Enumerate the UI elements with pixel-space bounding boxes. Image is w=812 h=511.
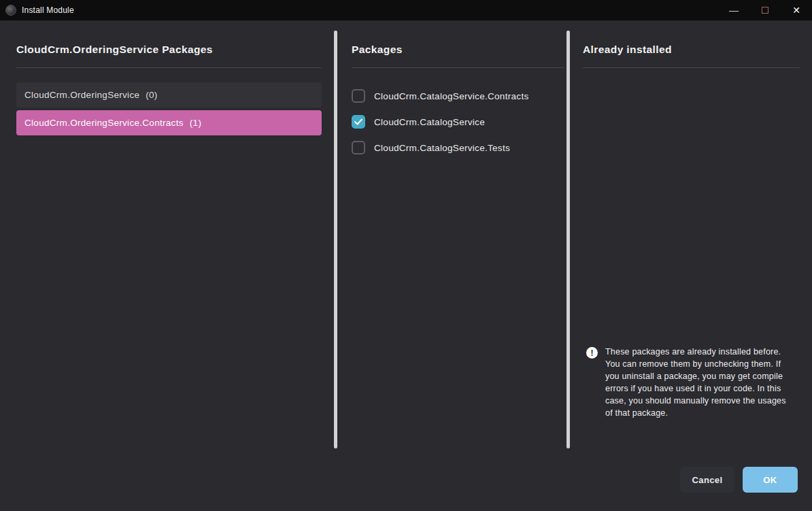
column-separator-1[interactable] — [334, 31, 337, 448]
module-list: CloudCrm.OrderingService (0) CloudCrm.Or… — [16, 82, 322, 135]
maximize-button[interactable] — [749, 0, 781, 20]
exclamation-circle-icon: ! — [586, 347, 598, 359]
package-list: CloudCrm.CatalogService.Contracts CloudC… — [352, 83, 564, 161]
package-label: CloudCrm.CatalogService.Contracts — [374, 91, 528, 101]
package-label: CloudCrm.CatalogService — [374, 117, 485, 127]
maximize-icon — [762, 7, 768, 14]
module-item-orderingservice[interactable]: CloudCrm.OrderingService (0) — [16, 82, 322, 108]
packages-panel-title: Packages — [352, 44, 564, 68]
package-label: CloudCrm.CatalogService.Tests — [374, 143, 510, 153]
module-item-label: CloudCrm.OrderingService — [24, 90, 139, 100]
ok-button[interactable]: OK — [743, 467, 798, 493]
package-row-catalogservice-contracts[interactable]: CloudCrm.CatalogService.Contracts — [352, 83, 564, 109]
package-row-catalogservice-tests[interactable]: CloudCrm.CatalogService.Tests — [352, 135, 564, 161]
column-separator-2[interactable] — [566, 31, 570, 448]
window-title: Install Module — [22, 5, 74, 15]
minimize-icon: — — [729, 7, 739, 14]
modules-panel-title: CloudCrm.OrderingService Packages — [16, 44, 322, 68]
check-icon — [354, 118, 362, 125]
already-installed-panel: Already installed — [583, 44, 800, 68]
module-item-label: CloudCrm.OrderingService.Contracts — [24, 118, 184, 128]
close-icon: ✕ — [792, 5, 800, 16]
checkbox[interactable] — [352, 115, 365, 129]
checkbox[interactable] — [352, 89, 365, 103]
info-note-text: These packages are already installed bef… — [605, 346, 786, 419]
module-item-count: (1) — [190, 118, 201, 128]
checkbox[interactable] — [352, 141, 365, 154]
package-row-catalogservice[interactable]: CloudCrm.CatalogService — [352, 109, 564, 135]
close-button[interactable]: ✕ — [781, 0, 812, 20]
module-item-count: (0) — [146, 90, 157, 100]
already-installed-title: Already installed — [583, 44, 800, 68]
app-icon — [5, 5, 16, 16]
titlebar[interactable]: Install Module — ✕ — [0, 0, 812, 20]
footer-actions: Cancel OK — [680, 467, 798, 493]
modules-panel: CloudCrm.OrderingService Packages CloudC… — [16, 44, 322, 138]
module-item-orderingservice-contracts[interactable]: CloudCrm.OrderingService.Contracts (1) — [16, 110, 322, 135]
window-controls: — ✕ — [718, 0, 812, 20]
info-note: ! These packages are already installed b… — [586, 346, 790, 419]
packages-panel: Packages CloudCrm.CatalogService.Contrac… — [352, 44, 564, 161]
cancel-button[interactable]: Cancel — [680, 467, 734, 493]
minimize-button[interactable]: — — [718, 0, 749, 20]
